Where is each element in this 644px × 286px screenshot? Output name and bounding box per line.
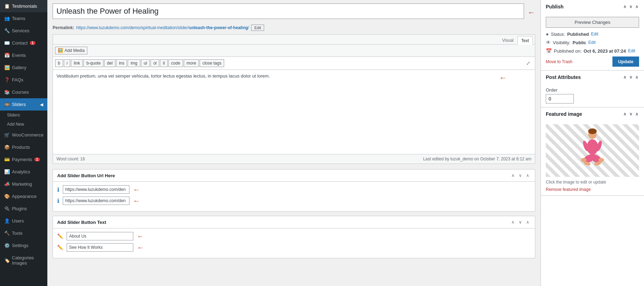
slider-url-input-2[interactable] [63, 197, 129, 205]
toolbar-del[interactable]: del [104, 59, 115, 67]
permalink-link[interactable]: https://www.luzukdemo.com/demo/spiritual… [76, 25, 249, 30]
sidebar-item-contact[interactable]: ✉️ Contact 1 [0, 37, 47, 49]
toolbar-link[interactable]: link [71, 59, 83, 67]
toolbar-ul[interactable]: ul [141, 59, 150, 67]
toolbar-li[interactable]: li [160, 59, 167, 67]
slider-text-input-2[interactable] [67, 243, 133, 252]
update-button[interactable]: Update [612, 56, 639, 67]
toolbar-code[interactable]: code [168, 59, 183, 67]
slider-text-collapse-down[interactable]: ∨ [517, 219, 523, 225]
publish-ctrl-down[interactable]: ∨ [629, 4, 633, 10]
tab-visual[interactable]: Visual [498, 36, 517, 44]
slider-url-row-1: ℹ ← [57, 185, 531, 194]
sidebar-item-settings[interactable]: ⚙️ Settings [0, 239, 47, 252]
sidebar-item-courses[interactable]: 📚 Courses [0, 86, 47, 98]
sidebar-item-analytics[interactable]: 📊 Analytics [0, 166, 47, 178]
sidebar-item-products[interactable]: 📦 Products [0, 141, 47, 153]
sidebar-item-marketing[interactable]: 📣 Marketing [0, 178, 47, 190]
toolbar-expand-button[interactable]: ⤢ [524, 59, 533, 67]
slider-url-controls: ∧ ∨ ∧ [510, 172, 531, 179]
sidebar-item-payments[interactable]: 💳 Payments 1 [0, 153, 47, 166]
slider-text-controls: ∧ ∨ ∧ [510, 219, 531, 225]
sidebar-item-appearance[interactable]: 🎨 Appearance [0, 190, 47, 202]
sidebar-item-woocommerce[interactable]: 🛒 WooCommerce [0, 129, 47, 141]
featured-image-ctrl-down[interactable]: ∨ [629, 111, 633, 117]
woocommerce-icon: 🛒 [4, 132, 10, 138]
sidebar-item-events[interactable]: 📅 Events [0, 49, 47, 61]
order-input[interactable] [546, 94, 574, 104]
sidebar-item-testimonials[interactable]: 📋 Testimonials [0, 0, 47, 12]
post-attributes-ctrl-down[interactable]: ∨ [629, 74, 633, 80]
users-icon: 👤 [4, 218, 10, 224]
publish-ctrl-toggle[interactable]: ∧ [635, 4, 639, 10]
sidebar-item-categories-images[interactable]: 🏷️ Categories Images [0, 252, 47, 269]
editor-footer: Word count: 16 Last edited by luzuk_demo… [53, 154, 535, 164]
published-edit-link[interactable]: Edit [628, 48, 635, 53]
publish-ctrl-up[interactable]: ∧ [623, 4, 627, 10]
visibility-edit-link[interactable]: Edit [588, 40, 596, 45]
move-to-trash-link[interactable]: Move to Trash [546, 59, 572, 64]
slider-text-row-1: ✏️ ← [57, 232, 531, 240]
faqs-icon: ❓ [4, 77, 10, 82]
slider-text-toggle[interactable]: ∧ [525, 219, 531, 225]
featured-image-section: Featured image ∧ ∨ ∧ [541, 107, 644, 196]
svg-point-8 [598, 158, 604, 162]
calendar-icon: 📅 [546, 48, 552, 54]
slider-url-toggle[interactable]: ∧ [525, 172, 531, 179]
sidebar-item-services[interactable]: 🔧 Services [0, 25, 47, 37]
sidebar-sub-add-new[interactable]: Add New [0, 120, 47, 129]
featured-image-preview[interactable] [546, 124, 639, 177]
featured-image-svg [577, 128, 608, 173]
toolbar-close-tags[interactable]: close tags [200, 59, 224, 67]
preview-changes-button[interactable]: Preview Changes [546, 17, 639, 28]
add-media-button[interactable]: 🖼️ Add Media [55, 47, 87, 54]
slider-url-info-icon-2: ℹ [57, 198, 59, 204]
slider-url-body: ℹ ← ℹ ← [53, 182, 535, 211]
sidebar-item-sliders[interactable]: 🎞️ Sliders ◀ [0, 98, 47, 111]
sidebar-item-teams[interactable]: 👥 Teams [0, 12, 47, 25]
appearance-icon: 🎨 [4, 194, 10, 199]
toolbar-b[interactable]: b [55, 59, 63, 67]
sidebar-item-gallery[interactable]: 🖼️ Gallery [0, 61, 47, 74]
editor-content-area[interactable]: Vestibulum pretium, urna vel semper vehi… [53, 70, 535, 154]
publish-section: Publish ∧ ∨ ∧ Preview Changes ● Status: … [541, 0, 644, 71]
status-icon: ● [546, 31, 549, 37]
courses-icon: 📚 [4, 89, 10, 95]
sidebar-sub-sliders[interactable]: Sliders [0, 111, 47, 120]
post-title-input[interactable] [53, 4, 524, 19]
toolbar-b-quote[interactable]: b-quote [83, 59, 103, 67]
featured-image-body: Click the image to edit or update Remove… [541, 121, 644, 195]
slider-text-header[interactable]: Add Slider Button Text ∧ ∨ ∧ [53, 216, 535, 228]
slider-text-input-1[interactable] [67, 232, 133, 240]
slider-url-header[interactable]: Add Slider Button Url Here ∧ ∨ ∧ [53, 169, 535, 182]
contact-icon: ✉️ [4, 40, 10, 46]
post-attributes-ctrl-toggle[interactable]: ∧ [635, 74, 639, 80]
tab-text[interactable]: Text [517, 36, 533, 45]
toolbar-i[interactable]: i [64, 59, 71, 67]
services-icon: 🔧 [4, 28, 10, 33]
remove-featured-image-link[interactable]: Remove featured image [546, 187, 591, 192]
slider-text-body: ✏️ ← ✏️ ← [53, 228, 535, 258]
sidebar-item-plugins[interactable]: 🔌 Plugins [0, 202, 47, 215]
toolbar-ol[interactable]: ol [150, 59, 159, 67]
svg-point-2 [587, 139, 598, 155]
svg-point-7 [581, 158, 586, 162]
permalink-edit-button[interactable]: Edit [251, 25, 264, 31]
featured-image-ctrl-up[interactable]: ∧ [623, 111, 627, 117]
slider-text-collapse-up[interactable]: ∧ [510, 219, 516, 225]
editor-text: Vestibulum pretium, urna vel semper vehi… [56, 73, 531, 79]
sidebar-item-faqs[interactable]: ❓ FAQs [0, 74, 47, 86]
testimonials-icon: 📋 [4, 4, 10, 9]
slider-url-collapse-down[interactable]: ∨ [517, 172, 523, 179]
sidebar-item-users[interactable]: 👤 Users [0, 215, 47, 227]
slider-url-collapse-up[interactable]: ∧ [510, 172, 516, 179]
slider-url-input-1[interactable] [63, 185, 129, 194]
toolbar-more[interactable]: more [184, 59, 199, 67]
sidebar-item-tools[interactable]: 🔨 Tools [0, 227, 47, 239]
toolbar-ins[interactable]: ins [116, 59, 127, 67]
toolbar-img[interactable]: img [128, 59, 140, 67]
status-edit-link[interactable]: Edit [591, 32, 598, 36]
featured-image-ctrl-toggle[interactable]: ∧ [635, 111, 639, 117]
contact-badge: 1 [30, 41, 35, 45]
post-attributes-ctrl-up[interactable]: ∧ [623, 74, 627, 80]
